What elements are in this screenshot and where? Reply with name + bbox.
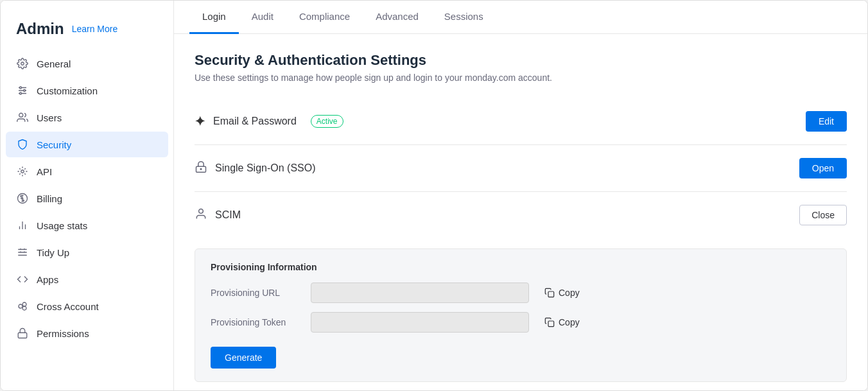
scim-left: SCIM bbox=[195, 207, 799, 223]
copy-url-button[interactable]: Copy bbox=[539, 285, 585, 300]
sso-title: Single Sign-On (SSO) bbox=[215, 162, 316, 174]
svg-point-20 bbox=[200, 168, 202, 169]
sidebar-item-cross-account[interactable]: Cross Account bbox=[6, 293, 168, 319]
copy-token-icon bbox=[544, 317, 555, 327]
provisioning-info-title: Provisioning Information bbox=[211, 262, 831, 272]
tab-audit[interactable]: Audit bbox=[239, 1, 286, 34]
email-password-right: Edit bbox=[806, 111, 847, 132]
permissions-icon bbox=[16, 327, 29, 340]
tab-login[interactable]: Login bbox=[189, 1, 239, 34]
api-label: API bbox=[37, 166, 52, 177]
scim-panel: Provisioning Information Provisioning UR… bbox=[195, 248, 847, 382]
svg-rect-22 bbox=[548, 291, 554, 297]
svg-point-13 bbox=[19, 304, 22, 308]
email-password-title: Email & Password bbox=[213, 116, 297, 127]
sidebar-item-security[interactable]: Security bbox=[6, 132, 168, 157]
sso-icon bbox=[195, 161, 207, 177]
sso-right: Open bbox=[799, 158, 847, 178]
tidy-up-label: Tidy Up bbox=[37, 247, 69, 258]
tidy-up-icon bbox=[16, 246, 29, 259]
cross-account-label: Cross Account bbox=[37, 301, 99, 312]
scim-title: SCIM bbox=[215, 209, 241, 221]
copy-token-label: Copy bbox=[559, 317, 580, 327]
svg-point-4 bbox=[20, 87, 22, 89]
apps-label: Apps bbox=[37, 274, 58, 285]
security-label: Security bbox=[37, 139, 71, 150]
billing-label: Billing bbox=[37, 193, 62, 204]
users-icon bbox=[16, 111, 29, 124]
usage-stats-label: Usage stats bbox=[37, 220, 87, 231]
api-icon bbox=[16, 165, 29, 178]
svg-point-21 bbox=[199, 209, 204, 213]
sidebar-item-general[interactable]: General bbox=[6, 51, 168, 76]
email-password-icon: ✦ bbox=[195, 114, 205, 129]
svg-point-5 bbox=[24, 90, 26, 92]
sidebar-nav: General Customization bbox=[1, 51, 173, 346]
sidebar-item-usage-stats[interactable]: Usage stats bbox=[6, 213, 168, 238]
sso-section: Single Sign-On (SSO) Open bbox=[195, 145, 847, 192]
billing-icon bbox=[16, 192, 29, 205]
sidebar-header: Admin Learn More bbox=[1, 13, 173, 51]
email-password-section: ✦ Email & Password Active Edit bbox=[195, 98, 847, 145]
edit-button[interactable]: Edit bbox=[806, 111, 847, 132]
copy-token-button[interactable]: Copy bbox=[539, 315, 585, 330]
provisioning-token-input[interactable] bbox=[311, 312, 529, 333]
sidebar-item-api[interactable]: API bbox=[6, 159, 168, 184]
svg-rect-18 bbox=[18, 333, 27, 338]
sidebar-item-billing[interactable]: Billing bbox=[6, 186, 168, 211]
sso-left: Single Sign-On (SSO) bbox=[195, 161, 799, 177]
apps-icon bbox=[16, 273, 29, 286]
page-title: Security & Authentication Settings bbox=[195, 52, 847, 69]
tab-sessions[interactable]: Sessions bbox=[431, 1, 496, 34]
email-password-left: ✦ Email & Password Active bbox=[195, 114, 806, 129]
svg-point-8 bbox=[21, 170, 24, 173]
open-button[interactable]: Open bbox=[799, 158, 847, 178]
scim-icon bbox=[195, 207, 207, 223]
scim-section: SCIM Close bbox=[195, 192, 847, 238]
sidebar-item-customization[interactable]: Customization bbox=[6, 78, 168, 103]
users-label: Users bbox=[37, 112, 62, 123]
permissions-label: Permissions bbox=[37, 328, 89, 339]
generate-button[interactable]: Generate bbox=[211, 347, 276, 369]
sidebar-item-tidy-up[interactable]: Tidy Up bbox=[6, 239, 168, 265]
usage-stats-icon bbox=[16, 219, 29, 232]
sidebar-item-apps[interactable]: Apps bbox=[6, 266, 168, 292]
provisioning-url-label: Provisioning URL bbox=[211, 288, 300, 298]
content-area: Security & Authentication Settings Use t… bbox=[174, 34, 867, 390]
main-content: Login Audit Compliance Advanced Sessions… bbox=[174, 1, 867, 390]
customization-icon bbox=[16, 84, 29, 97]
svg-point-15 bbox=[22, 306, 26, 310]
svg-line-16 bbox=[22, 305, 23, 306]
svg-point-0 bbox=[21, 62, 24, 65]
customization-label: Customization bbox=[37, 85, 98, 96]
general-label: General bbox=[37, 58, 71, 69]
copy-url-icon bbox=[544, 288, 555, 298]
provisioning-token-label: Provisioning Token bbox=[211, 317, 300, 327]
tabs-bar: Login Audit Compliance Advanced Sessions bbox=[174, 1, 867, 34]
sidebar-item-permissions[interactable]: Permissions bbox=[6, 320, 168, 346]
sidebar-title: Admin bbox=[16, 20, 64, 38]
security-icon bbox=[16, 138, 29, 151]
svg-point-6 bbox=[20, 92, 22, 94]
provisioning-url-row: Provisioning URL Copy bbox=[211, 282, 831, 303]
scim-right: Close bbox=[799, 205, 847, 225]
svg-point-7 bbox=[19, 113, 23, 117]
learn-more-link[interactable]: Learn More bbox=[72, 24, 118, 34]
svg-rect-23 bbox=[548, 321, 554, 327]
sidebar: Admin Learn More General bbox=[1, 1, 174, 390]
tab-compliance[interactable]: Compliance bbox=[286, 1, 363, 34]
svg-point-14 bbox=[22, 302, 26, 306]
provisioning-url-input[interactable] bbox=[311, 282, 529, 303]
copy-url-label: Copy bbox=[559, 288, 580, 298]
tab-advanced[interactable]: Advanced bbox=[363, 1, 431, 34]
svg-line-17 bbox=[22, 307, 23, 308]
cross-account-icon bbox=[16, 300, 29, 313]
close-button[interactable]: Close bbox=[799, 205, 847, 225]
gear-icon bbox=[16, 57, 29, 70]
page-subtitle: Use these settings to manage how people … bbox=[195, 73, 847, 83]
provisioning-token-row: Provisioning Token Copy bbox=[211, 312, 831, 333]
sidebar-item-users[interactable]: Users bbox=[6, 105, 168, 130]
active-badge: Active bbox=[311, 115, 343, 128]
